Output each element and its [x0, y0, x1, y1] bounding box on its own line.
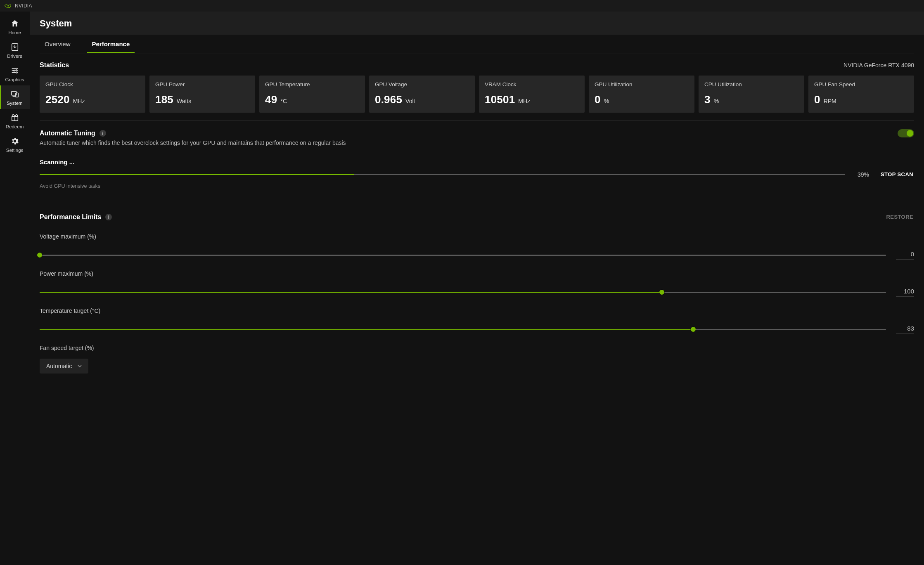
automatic-tuning-description: Automatic tuner which finds the best ove…	[40, 139, 346, 146]
stat-label: GPU Power	[155, 81, 249, 87]
stat-unit: °C	[280, 98, 287, 104]
temperature-slider-label: Temperature target (°C)	[40, 307, 914, 314]
sidebar-item-label: Home	[8, 30, 21, 35]
gear-icon	[10, 137, 19, 146]
stat-card: GPU Clock2520MHz	[40, 76, 145, 113]
sidebar-item-settings[interactable]: Settings	[0, 132, 30, 156]
devices-icon	[10, 90, 19, 99]
voltage-slider-label: Voltage maximum (%)	[40, 233, 914, 240]
svg-point-2	[16, 68, 17, 69]
stat-unit: %	[714, 98, 719, 104]
sliders-icon	[10, 66, 19, 75]
stat-value: 0	[814, 93, 820, 106]
stat-label: VRAM Clock	[485, 81, 579, 87]
stat-value: 0.965	[375, 93, 402, 106]
download-box-icon	[10, 43, 19, 52]
tab-overview[interactable]: Overview	[40, 35, 76, 53]
temperature-slider[interactable]	[40, 329, 886, 330]
stat-unit: RPM	[824, 98, 836, 104]
sidebar-item-label: Settings	[6, 148, 24, 153]
stat-unit: Volt	[405, 98, 415, 104]
stat-card: GPU Temperature49°C	[259, 76, 365, 113]
page-header: System	[30, 12, 924, 35]
stat-value: 49	[265, 93, 277, 106]
stat-unit: MHz	[518, 98, 530, 104]
stop-scan-button[interactable]: STOP SCAN	[880, 169, 914, 180]
sidebar-item-label: System	[7, 101, 22, 106]
stat-label: CPU Utilization	[704, 81, 798, 87]
performance-limits-title: Performance Limits	[40, 213, 101, 221]
temperature-value[interactable]: 83	[896, 325, 914, 334]
stat-card: CPU Utilization3%	[699, 76, 804, 113]
info-icon[interactable]: i	[105, 214, 112, 220]
stat-value: 2520	[45, 93, 70, 106]
sidebar-item-graphics[interactable]: Graphics	[0, 62, 30, 85]
sidebar-item-drivers[interactable]: Drivers	[0, 38, 30, 62]
stat-value: 3	[704, 93, 711, 106]
stat-unit: Watts	[177, 98, 191, 104]
gpu-model-label: NVIDIA GeForce RTX 4090	[843, 62, 914, 69]
power-slider[interactable]	[40, 292, 886, 293]
stat-label: GPU Clock	[45, 81, 140, 87]
stat-value: 10501	[485, 93, 515, 106]
chevron-down-icon	[78, 364, 82, 368]
svg-point-0	[7, 5, 9, 6]
content-scroll[interactable]: Statistics NVIDIA GeForce RTX 4090 GPU C…	[30, 53, 924, 565]
voltage-slider[interactable]	[40, 255, 886, 256]
svg-point-3	[13, 70, 14, 71]
app-name: NVIDIA	[15, 3, 32, 9]
scan-progress-bar	[40, 174, 845, 175]
stat-card-grid: GPU Clock2520MHzGPU Power185WattsGPU Tem…	[40, 76, 914, 113]
sidebar-item-redeem[interactable]: Redeem	[0, 109, 30, 132]
sidebar-item-label: Redeem	[6, 124, 24, 129]
svg-point-4	[16, 72, 17, 73]
main: System Overview Performance Statistics N…	[30, 12, 924, 565]
home-icon	[10, 19, 19, 28]
fan-speed-selected: Automatic	[46, 363, 72, 369]
stat-value: 0	[595, 93, 601, 106]
stat-label: GPU Voltage	[375, 81, 469, 87]
power-value[interactable]: 100	[896, 288, 914, 297]
voltage-value[interactable]: 0	[896, 251, 914, 260]
nvidia-logo-icon	[4, 3, 12, 8]
stat-card: GPU Power185Watts	[149, 76, 255, 113]
tab-performance[interactable]: Performance	[87, 35, 135, 53]
stat-unit: MHz	[73, 98, 85, 104]
automatic-tuning-toggle[interactable]	[898, 129, 914, 137]
stat-label: GPU Utilization	[595, 81, 689, 87]
sidebar-item-label: Drivers	[7, 54, 22, 59]
scan-note: Avoid GPU intensive tasks	[40, 183, 914, 189]
stat-label: GPU Temperature	[265, 81, 359, 87]
stat-label: GPU Fan Speed	[814, 81, 908, 87]
info-icon[interactable]: i	[100, 130, 106, 137]
tab-bar: Overview Performance	[30, 35, 924, 53]
gift-icon	[10, 113, 19, 122]
statistics-title: Statistics	[40, 61, 69, 69]
automatic-tuning-title: Automatic Tuning	[40, 130, 95, 137]
title-bar: NVIDIA	[0, 0, 924, 12]
page-title: System	[40, 18, 914, 29]
sidebar-item-system[interactable]: System	[0, 85, 30, 109]
sidebar: Home Drivers Graphics System Redeem Sett…	[0, 12, 30, 565]
fan-speed-label: Fan speed target (%)	[40, 345, 914, 351]
restore-button[interactable]: RESTORE	[886, 211, 914, 222]
stat-card: GPU Voltage0.965Volt	[369, 76, 475, 113]
stat-card: VRAM Clock10501MHz	[479, 76, 585, 113]
sidebar-item-label: Graphics	[5, 77, 24, 82]
power-slider-label: Power maximum (%)	[40, 270, 914, 277]
stat-unit: %	[604, 98, 609, 104]
scan-status-label: Scanning ...	[40, 158, 914, 165]
stat-value: 185	[155, 93, 173, 106]
stat-card: GPU Utilization0%	[589, 76, 694, 113]
scan-progress-percent: 39%	[853, 171, 869, 178]
sidebar-item-home[interactable]: Home	[0, 15, 30, 38]
fan-speed-dropdown[interactable]: Automatic	[40, 359, 88, 374]
stat-card: GPU Fan Speed0RPM	[808, 76, 914, 113]
